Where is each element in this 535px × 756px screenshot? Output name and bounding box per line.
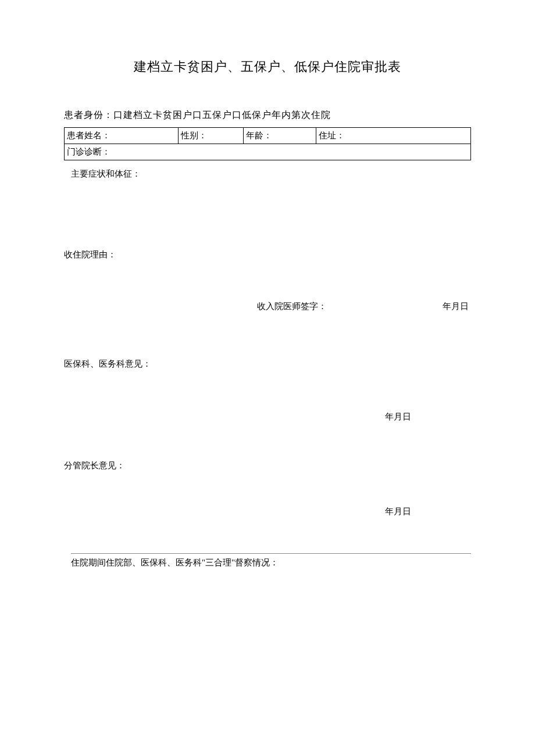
gender-cell[interactable]: 性别： (178, 128, 243, 144)
name-cell[interactable]: 患者姓名： (65, 128, 179, 144)
address-cell[interactable]: 住址： (316, 128, 471, 144)
diagnosis-cell[interactable]: 门诊诊断： (65, 144, 471, 160)
doctor-sign-label: 收入院医师签字： (257, 301, 327, 312)
table-row: 患者姓名： 性别： 年龄： 住址： (65, 128, 471, 144)
doctor-sign-row: 收入院医师签字： 年月日 (71, 301, 471, 312)
symptoms-label: 主要症状和体征： (71, 169, 471, 180)
director-opinion-label: 分管院长意见： (64, 460, 471, 471)
date-placeholder: 年月日 (71, 411, 471, 422)
age-cell[interactable]: 年龄： (243, 128, 316, 144)
table-row: 门诊诊断： (65, 144, 471, 160)
date-placeholder: 年月日 (443, 301, 469, 312)
supervise-label: 住院期间住院部、医保科、医务科"三合理"督察情况： (71, 557, 471, 568)
patient-identity-line: 患者身份：口建档立卡贫困户口五保户口低保户年内第次住院 (64, 109, 471, 121)
date-placeholder: 年月日 (71, 506, 471, 517)
admission-reason-label: 收住院理由： (64, 249, 471, 260)
patient-info-table: 患者姓名： 性别： 年龄： 住址： 门诊诊断： (64, 127, 471, 160)
insurance-opinion-label: 医保科、医务科意见： (64, 359, 471, 370)
form-title: 建档立卡贫困户、五保户、低保户住院审批表 (64, 58, 471, 76)
divider (71, 553, 471, 554)
